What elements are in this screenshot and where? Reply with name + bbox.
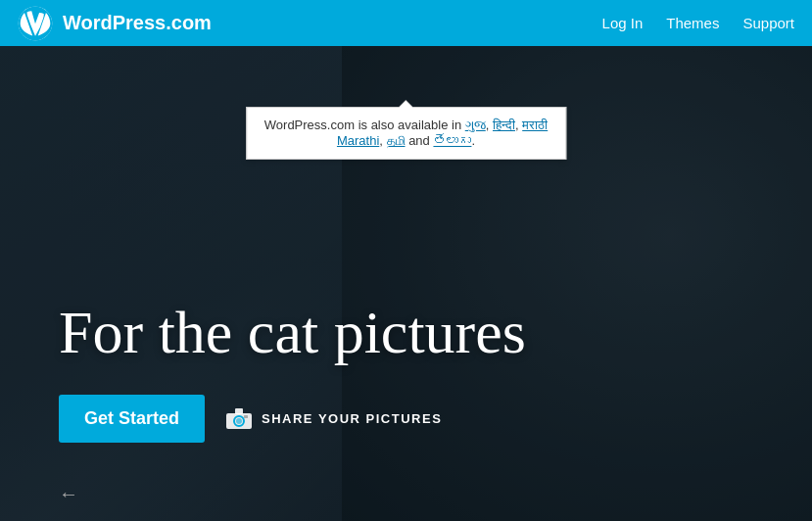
- header: WordPress.com Log In Themes Support: [0, 0, 812, 46]
- svg-rect-2: [235, 408, 243, 414]
- site-title: WordPress.com: [63, 12, 212, 34]
- share-label: SHARE YOUR PICTURES: [262, 411, 442, 426]
- login-link[interactable]: Log In: [602, 15, 644, 31]
- svg-rect-5: [244, 415, 248, 418]
- lang-marathi-link[interactable]: मराठी: [522, 118, 548, 132]
- logo-area: WordPress.com: [18, 6, 602, 41]
- themes-link[interactable]: Themes: [666, 15, 719, 31]
- tooltip-and: and: [406, 133, 434, 148]
- share-pictures-action[interactable]: SHARE YOUR PICTURES: [226, 408, 442, 430]
- camera-icon: [226, 408, 252, 430]
- main-nav: Log In Themes Support: [602, 15, 794, 31]
- tooltip-end: .: [471, 133, 475, 148]
- tooltip-sep3: ,: [379, 133, 386, 148]
- language-tooltip: WordPress.com is also available in ગુજ, …: [246, 107, 566, 160]
- hero-section: WordPress.com is also available in ગુજ, …: [0, 46, 812, 521]
- support-link[interactable]: Support: [742, 15, 794, 31]
- tooltip-text-prefix: WordPress.com is also available in: [264, 118, 465, 132]
- svg-point-4: [236, 418, 242, 424]
- wordpress-logo-icon: [18, 6, 53, 41]
- lang-marathi2-link[interactable]: Marathi: [337, 133, 379, 148]
- get-started-button[interactable]: Get Started: [59, 395, 205, 443]
- hero-headline: For the cat pictures: [59, 298, 526, 367]
- hero-actions: Get Started SHARE YOUR PICTURES: [59, 395, 526, 443]
- lang-gujarati-link[interactable]: ગુજ: [465, 118, 486, 132]
- lang-tamil-link[interactable]: தமி: [387, 133, 406, 148]
- back-arrow[interactable]: ←: [59, 483, 78, 505]
- hero-content: For the cat pictures Get Started SHARE Y…: [59, 298, 526, 443]
- lang-telugu-link[interactable]: తెలుగు: [433, 133, 471, 148]
- lang-hindi-link[interactable]: हिन्दी: [493, 118, 515, 132]
